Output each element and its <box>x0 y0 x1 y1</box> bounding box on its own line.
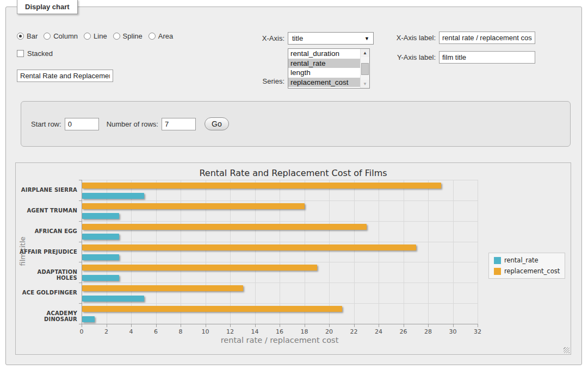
stacked-checkbox[interactable]: Stacked <box>17 49 53 58</box>
gridline <box>428 180 429 324</box>
number-of-rows-label: Number of rows: <box>107 120 158 128</box>
x-tick-label: 26 <box>395 328 412 335</box>
chevron-down-icon: ▼ <box>364 36 369 41</box>
y-axis-label-row: Y-Axis label: <box>389 51 535 64</box>
chart-title: Rental Rate and Replacement Cost of Film… <box>16 168 571 178</box>
bar-replacement_cost <box>82 285 243 291</box>
y-axis-line <box>82 180 82 324</box>
x-tick-mark <box>453 324 454 327</box>
series-option-replacement_cost[interactable]: replacement_cost <box>288 78 360 87</box>
series-select-label: Series: <box>234 77 284 85</box>
bar-rental_rate <box>82 254 119 260</box>
x-tick-label: 2 <box>98 328 115 335</box>
series-option-rental_duration[interactable]: rental_duration <box>288 49 360 59</box>
gridline <box>329 180 330 324</box>
gridline <box>404 180 404 324</box>
plot-area: 02468101214161820222426283032AIRPLANE SI… <box>82 180 478 324</box>
chart-type-radio-area[interactable]: Area <box>148 32 173 40</box>
series-option-rental_rate[interactable]: rental_rate <box>288 59 360 68</box>
gridline <box>82 200 478 201</box>
x-axis-select[interactable]: title ▼ <box>288 32 374 45</box>
x-tick-mark <box>280 324 280 327</box>
category-label: ACE GOLDFINGER <box>17 290 77 296</box>
x-tick-label: 6 <box>148 328 164 335</box>
scroll-up-icon[interactable]: ▲ <box>361 49 369 57</box>
gridline <box>354 180 355 324</box>
x-tick-mark <box>230 324 231 327</box>
x-tick-mark <box>206 324 206 327</box>
x-tick-mark <box>82 324 82 327</box>
gridline <box>82 262 478 262</box>
resize-handle-icon[interactable] <box>564 347 570 353</box>
radio-label: Spline <box>123 32 143 40</box>
radio-label: Area <box>158 32 173 40</box>
x-tick-mark <box>379 324 379 327</box>
bar-rental_rate <box>82 193 144 199</box>
legend-swatch <box>494 268 501 275</box>
x-tick-mark <box>478 324 478 327</box>
category-label: ACADEMY DINOSAUR <box>17 310 77 322</box>
x-tick-label: 12 <box>222 328 238 335</box>
x-axis-row: X-Axis: title ▼ <box>234 32 374 45</box>
start-row-label: Start row: <box>31 120 61 128</box>
gridline <box>82 303 478 304</box>
category-label: AFFAIR PREJUDICE <box>17 249 77 255</box>
row-range-box: Start row: Number of rows: Go <box>21 101 571 147</box>
legend-item[interactable]: replacement_cost <box>494 267 560 275</box>
gridline <box>255 180 256 324</box>
scrollbar-thumb[interactable] <box>361 63 369 75</box>
bar-rental_rate <box>82 316 95 322</box>
y-axis-label-input[interactable] <box>439 51 535 64</box>
gridline <box>181 180 181 324</box>
legend-item[interactable]: rental_rate <box>494 256 560 264</box>
chart-type-radio-line[interactable]: Line <box>84 32 107 40</box>
x-axis-label-caption: X-Axis label: <box>389 34 436 42</box>
start-row-input[interactable] <box>65 118 99 130</box>
gridline <box>131 180 132 324</box>
gridline <box>82 180 478 180</box>
x-tick-label: 22 <box>346 328 362 335</box>
radio-icon <box>44 33 51 40</box>
series-listbox[interactable]: rental_durationrental_ratelengthreplacem… <box>288 48 370 89</box>
x-tick-mark <box>428 324 429 327</box>
panel-title: Display chart <box>17 0 78 14</box>
chart-type-radio-bar[interactable]: Bar <box>17 32 38 40</box>
x-tick-label: 24 <box>370 328 387 335</box>
gridline <box>107 180 107 324</box>
gridline <box>82 242 478 242</box>
listbox-scrollbar[interactable]: ▲ ▼ <box>360 49 369 88</box>
x-axis-label-row: X-Axis label: <box>389 32 535 44</box>
x-tick-mark <box>181 324 181 327</box>
x-tick-mark <box>255 324 256 327</box>
x-axis-select-label: X-Axis: <box>234 34 284 42</box>
stacked-label: Stacked <box>27 49 53 58</box>
scroll-down-icon[interactable]: ▼ <box>361 80 369 88</box>
chart-legend: rental_ratereplacement_cost <box>488 253 565 279</box>
x-tick-mark <box>305 324 305 327</box>
x-tick-label: 28 <box>420 328 436 335</box>
chart-title-input[interactable] <box>17 70 113 82</box>
x-tick-mark <box>404 324 404 327</box>
bar-rental_rate <box>82 213 119 219</box>
bar-replacement_cost <box>82 265 317 271</box>
go-button[interactable]: Go <box>205 117 229 130</box>
x-tick-label: 30 <box>445 328 461 335</box>
bar-replacement_cost <box>82 224 367 230</box>
category-label: AIRPLANE SIERRA <box>17 187 77 193</box>
number-of-rows-input[interactable] <box>162 118 196 130</box>
y-axis-label-caption: Y-Axis label: <box>389 53 436 61</box>
legend-label: rental_rate <box>504 256 539 264</box>
series-option-length[interactable]: length <box>288 68 360 78</box>
chart-type-radio-group: BarColumnLineSplineArea <box>17 32 173 40</box>
category-label: ADAPTATION HOLES <box>17 269 77 281</box>
radio-icon <box>113 33 120 40</box>
chart-type-radio-spline[interactable]: Spline <box>113 32 143 40</box>
x-tick-label: 20 <box>321 328 337 335</box>
gridline <box>206 180 206 324</box>
category-label: AGENT TRUMAN <box>17 208 77 214</box>
x-tick-mark <box>107 324 107 327</box>
chart-type-radio-column[interactable]: Column <box>44 32 78 40</box>
x-axis-label-input[interactable] <box>439 32 535 44</box>
radio-icon <box>148 33 156 40</box>
gridline <box>478 180 478 324</box>
